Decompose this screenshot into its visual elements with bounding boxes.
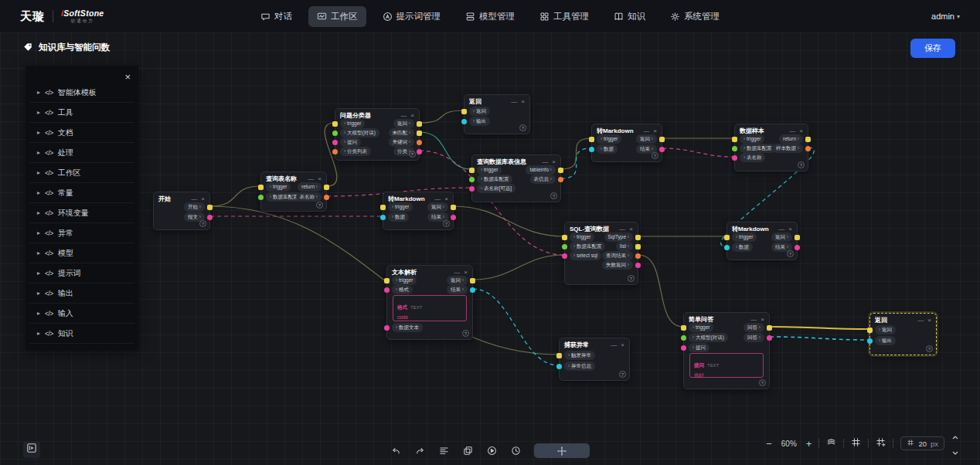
output-port-dot[interactable] — [417, 140, 422, 145]
node-转Markdown[interactable]: 转Markdown—×› trigger› 数据返回 ›结果 ›? — [591, 124, 662, 162]
node-问题分类器[interactable]: 问题分类器—×› trigger› 大模型(对话)› 提问› 分类列表返回 ›未… — [335, 108, 420, 161]
node-SQL-查询数据[interactable]: SQL-查询数据—×› trigger› 数据库配置› select sqlSq… — [564, 222, 638, 285]
close-button[interactable]: × — [799, 127, 803, 134]
close-button[interactable]: × — [629, 226, 633, 232]
edge[interactable] — [454, 206, 564, 236]
node-开始[interactable]: 开始—×开始 ›报文 ›? — [153, 192, 210, 230]
output-port-dot[interactable] — [324, 195, 329, 200]
close-button[interactable]: × — [552, 158, 556, 165]
output-port-dot[interactable] — [767, 325, 772, 331]
input-port-dot[interactable] — [562, 235, 567, 240]
save-button[interactable]: 保存 — [910, 39, 955, 58]
field-value[interactable]: 你好 — [694, 372, 759, 379]
sidebar-item-处理[interactable]: ▸</>处理 — [29, 143, 134, 163]
grid-size-stepper[interactable] — [952, 429, 958, 458]
sidebar-item-常量[interactable]: ▸</>常量 — [29, 183, 134, 203]
help-icon[interactable]: ? — [652, 152, 658, 159]
input-port-dot[interactable] — [384, 287, 390, 293]
minimize-button[interactable]: — — [434, 195, 441, 202]
input-port-dot[interactable] — [562, 244, 567, 249]
input-port-dot[interactable] — [332, 140, 338, 145]
edge[interactable] — [420, 132, 471, 169]
close-button[interactable]: × — [621, 341, 624, 348]
zoom-out-button[interactable]: − — [766, 439, 772, 449]
minimize-button[interactable]: — — [619, 226, 625, 232]
input-port-dot[interactable] — [384, 325, 390, 331]
node-简单问答[interactable]: 简单问答—×› trigger› 大模型(对话)› 提问回答 ›回答 ›提问TE… — [683, 312, 770, 389]
grid-size-value[interactable]: 20 — [918, 440, 927, 448]
output-port-dot[interactable] — [470, 278, 475, 283]
minimize-button[interactable]: — — [542, 158, 548, 165]
edge[interactable] — [770, 337, 869, 340]
input-port-dot[interactable] — [556, 364, 562, 369]
minimize-button[interactable]: — — [454, 269, 460, 276]
input-port-dot[interactable] — [469, 168, 475, 173]
snap-objects-icon[interactable] — [876, 436, 886, 450]
output-port-dot[interactable] — [207, 205, 213, 210]
close-button[interactable]: × — [464, 269, 468, 276]
edge[interactable] — [662, 148, 734, 157]
node-转Markdown[interactable]: 转Markdown—×› trigger› 数据返回 ›结果 ›? — [726, 222, 798, 260]
output-port-dot[interactable] — [451, 205, 456, 210]
copy-button[interactable] — [462, 446, 474, 456]
output-port-dot[interactable] — [635, 244, 641, 249]
input-port-dot[interactable] — [556, 353, 562, 358]
edge[interactable] — [473, 255, 564, 280]
input-port-dot[interactable] — [589, 147, 594, 152]
input-port-dot[interactable] — [732, 146, 737, 151]
help-icon[interactable]: ? — [759, 379, 766, 386]
input-port-dot[interactable] — [469, 186, 475, 192]
nav-item-chat[interactable]: 对话 — [252, 6, 301, 27]
output-port-dot[interactable] — [659, 147, 665, 152]
input-port-dot[interactable] — [681, 335, 686, 341]
align-button[interactable] — [438, 446, 450, 456]
input-port-dot[interactable] — [461, 119, 467, 124]
node-返回[interactable]: 返回—×› 返回› 输出? — [464, 94, 530, 134]
close-button[interactable]: × — [521, 98, 525, 105]
minimize-button[interactable]: — — [789, 127, 795, 134]
close-button[interactable]: × — [653, 127, 657, 134]
help-icon[interactable]: ? — [628, 275, 635, 282]
input-port-dot[interactable] — [589, 137, 594, 142]
minimize-button[interactable]: — — [643, 127, 649, 134]
sidebar-item-智能体模板[interactable]: ▸</>智能体模板 — [29, 83, 134, 103]
output-port-dot[interactable] — [451, 215, 456, 220]
stepper-down-icon[interactable] — [952, 444, 958, 458]
output-port-dot[interactable] — [635, 253, 641, 259]
output-port-dot[interactable] — [795, 245, 800, 250]
help-icon[interactable]: ? — [550, 192, 557, 199]
play-button[interactable] — [486, 446, 498, 456]
user-menu[interactable]: admin ▾ — [931, 12, 960, 21]
output-port-dot[interactable] — [805, 137, 811, 142]
node-文本解析[interactable]: 文本解析—×› trigger› 格式› 数据文本返回 ›结果 ›格式TEXTc… — [386, 265, 473, 340]
edge[interactable] — [638, 255, 683, 327]
nav-item-tools[interactable]: 工具管理 — [531, 6, 597, 27]
output-port-dot[interactable] — [805, 146, 811, 151]
input-port-dot[interactable] — [384, 278, 390, 283]
output-port-dot[interactable] — [558, 168, 563, 173]
node-查询数据库表信息[interactable]: 查询数据库表信息—×› trigger› 数据库配置› 表名称[可选]table… — [471, 154, 561, 202]
minimize-button[interactable]: — — [750, 316, 757, 323]
help-icon[interactable]: ? — [409, 151, 416, 158]
output-port-dot[interactable] — [767, 335, 772, 341]
input-port-dot[interactable] — [867, 328, 873, 333]
output-port-dot[interactable] — [324, 185, 329, 190]
help-icon[interactable]: ? — [798, 161, 805, 168]
node-text-field[interactable]: 提问TEXT你好 — [689, 353, 764, 378]
node-数据样本[interactable]: 数据样本—×› trigger› 数据库配置› 表名称return ›样本数据 … — [734, 124, 808, 171]
output-port-dot[interactable] — [207, 215, 213, 220]
zoom-in-button[interactable]: + — [806, 439, 812, 449]
minimize-button[interactable]: — — [191, 195, 197, 202]
input-port-dot[interactable] — [332, 131, 338, 136]
nav-item-model[interactable]: 模型管理 — [457, 6, 523, 27]
node-捕获异常[interactable]: 捕获异常—×› 触发异常› 异常信息? — [559, 338, 630, 381]
minimize-button[interactable]: — — [308, 175, 314, 182]
input-port-dot[interactable] — [732, 137, 737, 142]
close-button[interactable]: × — [410, 112, 414, 119]
edge[interactable] — [420, 110, 464, 123]
history-button[interactable] — [510, 446, 522, 456]
close-button[interactable]: × — [444, 195, 448, 202]
minimize-button[interactable]: — — [778, 226, 784, 232]
edge[interactable] — [770, 327, 869, 329]
workflow-canvas[interactable]: 开始—×开始 ›报文 ›?查询表名称—×› trigger› 数据库配置retu… — [0, 32, 980, 465]
